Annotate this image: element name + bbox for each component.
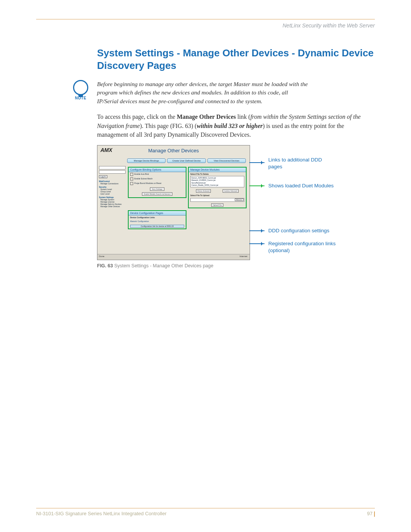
annotation-registered-links: Registered configuration links (optional… <box>268 240 344 254</box>
opt-purge-modules[interactable]: Purge Bound Modules on Reset <box>129 181 186 186</box>
screenshot: AMX Manage Other Devices Manage Device B… <box>97 145 250 260</box>
status-internet: Internet <box>240 255 247 257</box>
panel1-header: Configure Binding Options <box>129 168 186 172</box>
body-paragraph: To access this page, click on the Manage… <box>97 112 375 139</box>
footer-bar-icon <box>374 511 375 517</box>
note-text: Before beginning to manage any other dev… <box>97 80 310 105</box>
page-title: System Settings - Manage Other Devices -… <box>97 47 375 72</box>
note-block: NOTE Before beginning to manage any othe… <box>36 80 375 105</box>
annotation-duet-modules: Shows loaded Duet Modules <box>268 182 356 189</box>
document-page: NetLinx Security within the Web Server S… <box>0 0 411 532</box>
annotation-ddd-pages: Links to additional DDD pages <box>268 157 329 170</box>
caption-fig: FIG. 63 <box>97 263 113 268</box>
tab-view-discovered[interactable]: View Discovered Devices <box>207 158 246 163</box>
opt-auto-bind[interactable]: Enable Auto Bind <box>129 172 186 177</box>
browse-button[interactable]: Browse <box>235 198 244 201</box>
arrow-icon <box>249 185 264 186</box>
save-settings-button[interactable]: Save Settings <box>150 187 164 191</box>
para-bold1: Manage Other Devices <box>177 113 236 120</box>
tab-manage-bindings[interactable]: Manage Device Bindings <box>127 158 166 163</box>
page-footer: NI-3101-SIG Signature Series NetLinx Int… <box>36 508 375 517</box>
archive-selected-button[interactable]: Archive Selected <box>223 189 239 193</box>
panel3-header: Device Configuration Pages <box>129 211 186 216</box>
checkbox-icon[interactable] <box>130 173 133 176</box>
checkbox-icon[interactable] <box>130 182 133 185</box>
screenshot-tabs: Manage Device Bindings Create User Defin… <box>127 158 246 163</box>
username-field[interactable] <box>99 166 126 169</box>
lightbulb-icon <box>73 80 88 95</box>
figure-wrap: AMX Manage Other Devices Manage Device B… <box>97 145 379 260</box>
label-select-delete: Select File To Delete <box>189 172 246 176</box>
enable-module-search-button[interactable]: Enable Module Search via Internet <box>142 192 172 196</box>
device-config-links-label: Device Configuration Links <box>129 216 186 219</box>
figure-caption: FIG. 63 System Settings - Manage Other D… <box>97 263 375 268</box>
arrow-icon <box>249 162 264 163</box>
annotation-ddd-config: DDD configuration settings <box>268 227 356 234</box>
nav-manage-connections[interactable]: Manage Connections <box>100 182 126 185</box>
note-icon: NOTE <box>71 80 90 100</box>
footer-doc-title: NI-3101-SIG Signature Series NetLinx Int… <box>36 511 167 517</box>
screenshot-left-nav: Log In WebControl Manage Connections Sec… <box>99 165 126 208</box>
header-section: NetLinx Security within the Web Server <box>36 22 375 29</box>
upload-field[interactable]: Browse <box>190 198 244 202</box>
para-mid1: link ( <box>236 113 250 120</box>
para-bolditalic: within build 323 or higher <box>197 123 263 129</box>
password-field[interactable] <box>99 170 126 174</box>
checkbox-icon[interactable] <box>130 177 133 181</box>
panel-device-config-pages: Device Configuration Pages Device Config… <box>128 210 186 229</box>
caption-text: System Settings - Manage Other Devices p… <box>113 263 213 268</box>
para-pre: To access this page, click on the <box>97 113 177 120</box>
marantz-config-link[interactable]: Marantz Configuration <box>129 219 186 223</box>
label-select-upload: Select File To Upload <box>189 193 246 197</box>
panel2-header: Manage Device Modules <box>189 168 246 172</box>
opt-subnet-match[interactable]: Enable Subnet Match <box>129 177 186 181</box>
header-rule <box>36 19 375 19</box>
panel-manage-modules: Manage Device Modules Select File To Del… <box>188 167 247 208</box>
arrow-icon <box>249 230 264 231</box>
screenshot-statusbar: Done Internet <box>97 254 250 260</box>
para-mid2: ). This page (FIG. 63) ( <box>140 123 196 129</box>
config-link-device[interactable]: Configuration link for device at 5001:23 <box>130 225 184 228</box>
module-list[interactable]: Denon_AVR-8803_Comm.jar Marantz_DV9500_C… <box>190 176 244 187</box>
arrow-icon <box>249 243 264 244</box>
footer-page-number: 97 <box>367 511 373 516</box>
screenshot-title: Manage Other Devices <box>97 148 250 153</box>
nav-manage-other[interactable]: Manage Other Devices <box>100 205 126 208</box>
nav-user-level[interactable]: User Level <box>100 193 126 195</box>
tab-create-user-device[interactable]: Create User Defined Device <box>167 158 206 163</box>
list-item[interactable]: Canon_Realis_SX50_Comm.jar <box>191 184 243 187</box>
delete-selected-button[interactable]: Delete Selected <box>196 189 211 193</box>
panel-configure-binding: Configure Binding Options Enable Auto Bi… <box>128 167 186 198</box>
status-done: Done <box>99 255 104 257</box>
upload-file-button[interactable]: Upload File <box>211 203 223 207</box>
login-button[interactable]: Log In <box>99 175 107 178</box>
